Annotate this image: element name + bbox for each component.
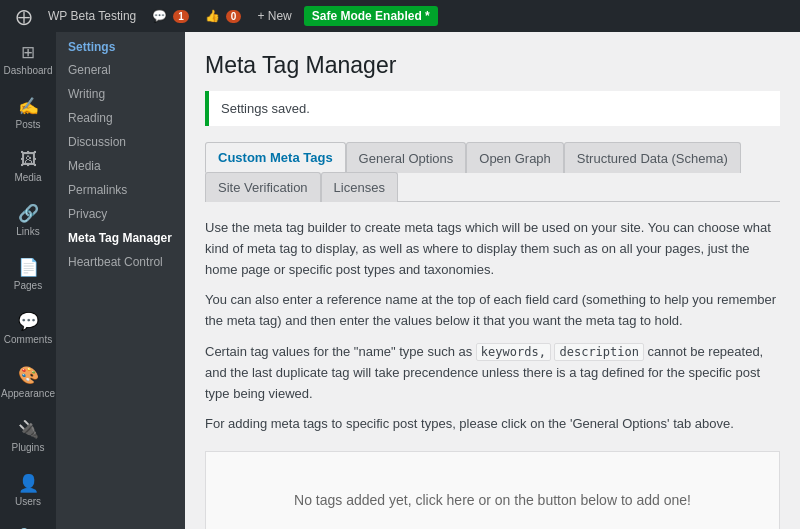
- description-3: Certain tag values for the "name" type s…: [205, 342, 780, 404]
- sidebar-icon-label: Pages: [14, 280, 42, 291]
- sub-item-writing[interactable]: Writing: [56, 82, 185, 106]
- plugins-icon: 🔌: [18, 419, 39, 440]
- description-2: You can also enter a reference name at t…: [205, 290, 780, 332]
- sidebar-icon-label: Posts: [15, 119, 40, 130]
- sidebar: ⊞Dashboard✍Posts🖼Media🔗Links📄Pages💬Comme…: [0, 32, 185, 529]
- sidebar-icon-tools[interactable]: 🔧Tools: [0, 517, 56, 529]
- sidebar-icon-label: Appearance: [1, 388, 55, 399]
- comment-icon: 💬: [152, 9, 167, 23]
- sidebar-icon-pages[interactable]: 📄Pages: [0, 247, 56, 301]
- sub-item-media[interactable]: Media: [56, 154, 185, 178]
- tab-custom-meta-tags[interactable]: Custom Meta Tags: [205, 142, 346, 173]
- tab-site-verification[interactable]: Site Verification: [205, 172, 321, 202]
- comments-link[interactable]: 💬 1: [144, 0, 197, 32]
- comments-icon: 💬: [18, 311, 39, 332]
- main-content: Meta Tag Manager Settings saved. Custom …: [185, 32, 800, 529]
- tab-licenses[interactable]: Licenses: [321, 172, 398, 202]
- sub-item-heartbeat-control[interactable]: Heartbeat Control: [56, 250, 185, 274]
- like-icon: 👍: [205, 9, 220, 23]
- sidebar-icon-label: Plugins: [12, 442, 45, 453]
- tab-bar: Custom Meta TagsGeneral OptionsOpen Grap…: [205, 142, 780, 202]
- tab-open-graph[interactable]: Open Graph: [466, 142, 564, 173]
- admin-bar: ⨁ WP Beta Testing 💬 1 👍 0 + New Safe Mod…: [0, 0, 800, 32]
- appearance-icon: 🎨: [18, 365, 39, 386]
- sub-item-reading[interactable]: Reading: [56, 106, 185, 130]
- sidebar-icon-label: Links: [16, 226, 39, 237]
- description-4: For adding meta tags to specific post ty…: [205, 414, 780, 435]
- sidebar-icon-comments[interactable]: 💬Comments: [0, 301, 56, 355]
- sidebar-icon-appearance[interactable]: 🎨Appearance: [0, 355, 56, 409]
- sub-item-permalinks[interactable]: Permalinks: [56, 178, 185, 202]
- sidebar-icon-label: Dashboard: [4, 65, 53, 76]
- description-1: Use the meta tag builder to create meta …: [205, 218, 780, 280]
- descriptions: Use the meta tag builder to create meta …: [205, 218, 780, 435]
- sub-item-discussion[interactable]: Discussion: [56, 130, 185, 154]
- dashboard-icon: ⊞: [21, 42, 35, 63]
- posts-icon: ✍: [18, 96, 39, 117]
- sidebar-icon-plugins[interactable]: 🔌Plugins: [0, 409, 56, 463]
- users-icon: 👤: [18, 473, 39, 494]
- sub-item-meta-tag-manager[interactable]: Meta Tag Manager: [56, 226, 185, 250]
- wp-logo[interactable]: ⨁: [8, 0, 40, 32]
- sidebar-icon-label: Media: [14, 172, 41, 183]
- sidebar-icon-media[interactable]: 🖼Media: [0, 140, 56, 193]
- tab-structured-data-(schema)[interactable]: Structured Data (Schema): [564, 142, 741, 173]
- sidebar-icon-posts[interactable]: ✍Posts: [0, 86, 56, 140]
- sidebar-icon-label: Users: [15, 496, 41, 507]
- empty-tags-area[interactable]: No tags added yet, click here or on the …: [205, 451, 780, 529]
- likes-link[interactable]: 👍 0: [197, 0, 250, 32]
- media-icon: 🖼: [20, 150, 37, 170]
- success-notice: Settings saved.: [205, 91, 780, 126]
- pages-icon: 📄: [18, 257, 39, 278]
- sidebar-icon-label: Comments: [4, 334, 52, 345]
- tab-general-options[interactable]: General Options: [346, 142, 467, 173]
- sub-item-privacy[interactable]: Privacy: [56, 202, 185, 226]
- site-name[interactable]: WP Beta Testing: [40, 0, 144, 32]
- new-content-button[interactable]: + New: [249, 0, 299, 32]
- sub-section-title: Settings: [56, 32, 185, 58]
- page-title: Meta Tag Manager: [205, 52, 780, 79]
- safe-mode-badge: Safe Mode Enabled *: [304, 6, 438, 26]
- sub-item-general[interactable]: General: [56, 58, 185, 82]
- sidebar-icon-links[interactable]: 🔗Links: [0, 193, 56, 247]
- links-icon: 🔗: [18, 203, 39, 224]
- sidebar-icon-users[interactable]: 👤Users: [0, 463, 56, 517]
- sidebar-icon-dashboard[interactable]: ⊞Dashboard: [0, 32, 56, 86]
